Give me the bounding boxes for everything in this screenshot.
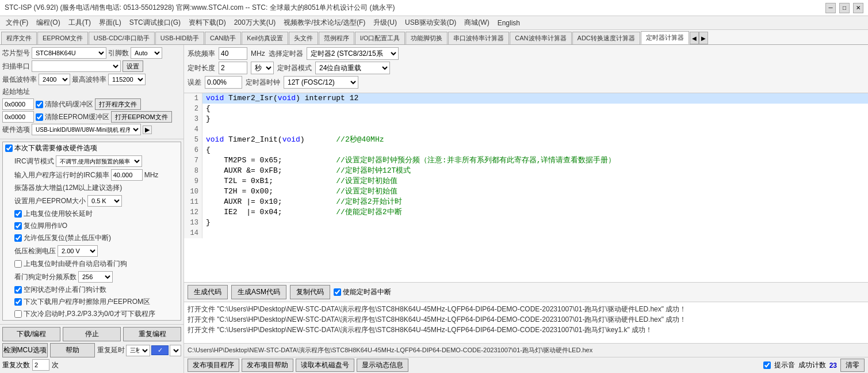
- tip-sound-check[interactable]: [763, 361, 771, 369]
- wdt-div-select[interactable]: 256: [78, 271, 113, 283]
- freq-select[interactable]: Auto: [131, 47, 162, 59]
- tab-EEPROM文件[interactable]: EEPROM文件: [37, 32, 88, 44]
- timer-mode-select[interactable]: 24位自动重载: [315, 62, 390, 74]
- reset-io-row: 复位脚用作I/O: [3, 220, 181, 232]
- cold-start-check[interactable]: [14, 310, 22, 318]
- power-reset-delay-check[interactable]: [14, 210, 22, 218]
- sys-freq-input[interactable]: [219, 47, 247, 60]
- code-line-4: 4: [184, 124, 868, 135]
- redownload-button[interactable]: 重复编程: [123, 327, 181, 341]
- help-button[interactable]: 帮助: [50, 343, 95, 357]
- tab-USB-CDC/串口助手[interactable]: USB-CDC/串口助手: [89, 32, 155, 44]
- tab-CAN助手[interactable]: CAN助手: [205, 32, 241, 44]
- settings-button[interactable]: 设置: [123, 60, 143, 72]
- code-line-2: 2 {: [184, 104, 868, 114]
- menu-item-升级(U)[interactable]: 升级(U): [370, 17, 400, 28]
- copy-code-button[interactable]: 复制代码: [290, 285, 330, 299]
- maximize-button[interactable]: □: [839, 3, 850, 13]
- tab-I/O口配置工具[interactable]: I/O口配置工具: [355, 32, 406, 44]
- timer-clock-select[interactable]: 12T (FOSC/12): [284, 76, 358, 89]
- repeat-delay-group: 重复延时 三秒 ✓ ▼: [97, 343, 181, 357]
- clear-count-button[interactable]: 清零: [840, 359, 865, 372]
- erase-eeprom-check[interactable]: [14, 298, 22, 306]
- download-button[interactable]: 下载/编程: [2, 327, 60, 341]
- tab-scroll-left[interactable]: ◀: [690, 32, 699, 44]
- low-volt-select[interactable]: 2.00 V: [58, 245, 98, 257]
- wdt-auto-check[interactable]: [14, 260, 22, 268]
- minimize-button[interactable]: ─: [825, 3, 836, 13]
- check-mcu-button[interactable]: 检测MCU选项: [2, 343, 48, 357]
- enable-interrupt-check[interactable]: [334, 288, 341, 296]
- menu-item-工具(T)[interactable]: 工具(T): [65, 17, 94, 28]
- irc-freq-unit: MHz: [144, 171, 159, 179]
- scan-select[interactable]: [32, 60, 121, 72]
- open-eeprom-file-button[interactable]: 打开EEPROM文件: [111, 111, 172, 123]
- repeat-delay-confirm[interactable]: ✓: [151, 345, 169, 355]
- chip-select[interactable]: STC8H8K64U: [32, 47, 106, 59]
- timer-len-input[interactable]: [219, 62, 247, 74]
- open-prog-file-button[interactable]: 打开程序文件: [95, 98, 141, 110]
- hardware-scroll-btn[interactable]: ▶: [143, 125, 152, 134]
- tab-功能脚切换[interactable]: 功能脚切换: [406, 32, 448, 44]
- left-panel: 芯片型号 STC8H8K64U 引脚数 Auto 扫描串口 设置 最低波特率 2…: [0, 45, 184, 373]
- error-input[interactable]: [205, 76, 242, 89]
- publish-project-button[interactable]: 发布项目程序: [188, 359, 239, 372]
- menu-item-USB驱动安装(D)[interactable]: USB驱动安装(D): [402, 17, 460, 28]
- menu-item-STC调试接口(G)[interactable]: STC调试接口(G): [126, 17, 184, 28]
- tab-定时器计算器[interactable]: 定时器计算器: [641, 31, 689, 44]
- publish-help-button[interactable]: 发布项目帮助: [242, 359, 293, 372]
- tab-CAN波特率计算器[interactable]: CAN波特率计算器: [510, 32, 571, 44]
- menu-item-文件(F)[interactable]: 文件(F): [2, 17, 32, 28]
- close-button[interactable]: ✕: [853, 3, 863, 13]
- tab-scroll-right[interactable]: ▶: [699, 32, 708, 44]
- addr1-input[interactable]: [2, 98, 34, 110]
- reset-io-check[interactable]: [14, 222, 22, 230]
- code-line-8: 8 AUXR &= 0xFB; //定时器时钟12T模式: [184, 166, 868, 176]
- success-count-value: 23: [829, 361, 837, 370]
- reset-io-label: 复位脚用作I/O: [24, 221, 67, 231]
- irc-mode-select[interactable]: 不调节,使用内部预置的频率: [56, 155, 142, 167]
- options-main-check[interactable]: [5, 144, 13, 152]
- irc-freq-input[interactable]: [111, 169, 143, 181]
- menu-item-资料下载(D)[interactable]: 资料下载(D): [185, 17, 230, 28]
- hardware-select[interactable]: USB-LinkID/U8W/U8W-Mini脱机 程序地: [32, 124, 141, 135]
- eeprom-size-select[interactable]: 0.5 K: [87, 195, 122, 207]
- low-volt-reset-check[interactable]: [14, 234, 22, 242]
- read-disk-button[interactable]: 读取本机磁盘号: [296, 359, 354, 372]
- menu-item-视频教学/技术论坛/选型(F)[interactable]: 视频教学/技术论坛/选型(F): [280, 17, 369, 28]
- max-baud-select[interactable]: 115200: [108, 74, 146, 85]
- chip-row: 芯片型号 STC8H8K64U 引脚数 Auto: [2, 47, 181, 59]
- wdt-idle-check[interactable]: [14, 286, 22, 294]
- tab-Keil仿真设置[interactable]: Keil仿真设置: [242, 32, 288, 44]
- tab-串口波特率计算器[interactable]: 串口波特率计算器: [448, 32, 509, 44]
- tab-头文件[interactable]: 头文件: [289, 32, 318, 44]
- menu-item-编程(O)[interactable]: 编程(O): [33, 17, 63, 28]
- min-baud-select[interactable]: 2400: [39, 74, 70, 85]
- min-baud-label: 最低波特率: [2, 75, 37, 85]
- timer-len-unit-select[interactable]: 秒: [251, 62, 274, 74]
- clear-code-check[interactable]: [36, 101, 43, 108]
- generate-asm-button[interactable]: 生成ASM代码: [231, 285, 286, 299]
- code-line-7: 7 TM2PS = 0x65; //设置定时器时钟预分频（注意:并非所有系列都有…: [184, 155, 868, 166]
- generate-code-button[interactable]: 生成代码: [188, 285, 228, 299]
- menu-item-English[interactable]: English: [494, 18, 523, 28]
- select-timer-select[interactable]: 定时器2 (STC8/32/15系: [307, 47, 399, 60]
- tab-程序文件[interactable]: 程序文件: [1, 32, 37, 44]
- menu-item-商城(W)[interactable]: 商城(W): [461, 17, 492, 28]
- repeat-mode-select[interactable]: ▼: [170, 345, 181, 356]
- menu-item-界面(L)[interactable]: 界面(L): [95, 17, 125, 28]
- code-line-11: 11 AUXR |= 0x10; //定时器2开始计时: [184, 197, 868, 207]
- addr2-input[interactable]: [2, 111, 34, 123]
- clear-eeprom-check[interactable]: [36, 113, 43, 121]
- stop-button[interactable]: 停止: [63, 327, 121, 341]
- tab-ADC转换速度计算器[interactable]: ADC转换速度计算器: [572, 32, 640, 44]
- power-reset-delay-row: 上电复位使用较长延时: [3, 208, 181, 220]
- timer-clock-label: 定时器时钟: [246, 78, 280, 87]
- wdt-div-label: 看门狗定时分频系数: [14, 272, 77, 282]
- show-dynamic-button[interactable]: 显示动态信息: [357, 359, 408, 372]
- menu-item-200万大奖(U)[interactable]: 200万大奖(U): [231, 17, 280, 28]
- tab-范例程序[interactable]: 范例程序: [319, 32, 354, 44]
- repeat-delay-select[interactable]: 三秒: [126, 345, 150, 356]
- tab-USB-HID助手[interactable]: USB-HID助手: [155, 32, 204, 44]
- repeat-count-input[interactable]: [32, 359, 49, 371]
